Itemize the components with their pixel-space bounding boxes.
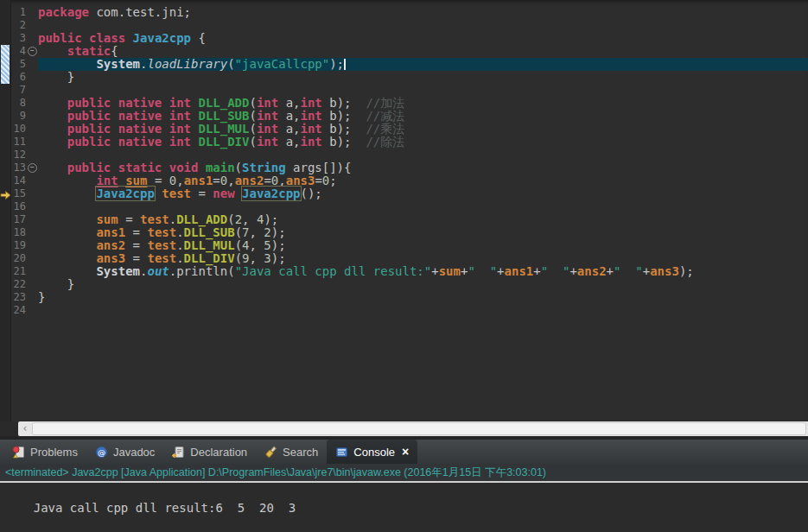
code-line[interactable] [38, 84, 808, 97]
code-editor[interactable]: 1234−5678910111213−141516171819202122232… [0, 0, 808, 421]
console-status-line: <terminated> Java2cpp [Java Application]… [0, 464, 808, 481]
annotation-ruler[interactable] [0, 0, 11, 421]
range-indicator [1, 45, 10, 84]
line-number[interactable]: 5 [11, 58, 38, 71]
tab-search[interactable]: Search [256, 440, 327, 464]
horizontal-scrollbar[interactable]: ‹ [0, 421, 808, 436]
tab-label: Javadoc [113, 446, 155, 459]
line-number[interactable]: 19 [11, 239, 38, 252]
line-number[interactable]: 8 [11, 97, 38, 110]
scrollbar-corner [0, 421, 18, 436]
code-line[interactable]: ans3 = test.DLL_DIV(9, 3); [38, 252, 808, 265]
code-line[interactable]: } [38, 278, 808, 291]
code-line[interactable]: public native int DLL_DIV(int a,int b); … [38, 136, 808, 149]
tab-javadoc[interactable]: @ Javadoc [86, 440, 163, 464]
line-number[interactable]: 21 [11, 265, 38, 278]
line-number[interactable]: 4− [11, 45, 38, 58]
line-number[interactable]: 20 [11, 252, 38, 265]
line-number[interactable]: 23 [11, 291, 38, 304]
line-number[interactable]: 12 [11, 149, 38, 162]
line-number[interactable]: 16 [11, 200, 38, 213]
console-output[interactable]: Java call cpp dll result:6 5 20 3 [0, 481, 808, 532]
code-line[interactable]: package com.test.jni; [38, 6, 808, 19]
tab-label: Search [283, 446, 318, 459]
line-number[interactable]: 11 [11, 136, 38, 149]
code-line[interactable]: public native int DLL_MUL(int a,int b); … [38, 123, 808, 136]
line-number[interactable]: 7 [11, 84, 38, 97]
text-caret [344, 59, 346, 70]
code-line[interactable]: int sum = 0,ans1=0,ans2=0,ans3=0; [38, 174, 808, 187]
code-line[interactable]: } [38, 71, 808, 84]
javadoc-icon: @ [95, 446, 108, 459]
line-number[interactable]: 9 [11, 110, 38, 123]
line-number[interactable]: 15 [11, 187, 38, 200]
line-number[interactable]: 1 [11, 6, 38, 19]
console-output-text: Java call cpp dll result:6 5 20 3 [34, 501, 296, 515]
line-number[interactable]: 17 [11, 213, 38, 226]
code-line[interactable] [38, 19, 808, 32]
fold-collapse-icon[interactable]: − [28, 163, 37, 173]
panel-tab-bar: Problems @ Javadoc Declaration [0, 440, 808, 464]
fold-collapse-icon[interactable]: − [28, 47, 37, 56]
code-line[interactable]: System.loadLibrary("javaCallcpp"); [38, 58, 808, 71]
code-line[interactable] [38, 200, 808, 213]
problems-icon [12, 446, 25, 459]
declaration-icon [172, 446, 185, 459]
code-line[interactable]: public native int DLL_SUB(int a,int b); … [38, 110, 808, 123]
tab-problems[interactable]: Problems [3, 440, 86, 464]
code-line[interactable]: ans2 = test.DLL_MUL(4, 5); [38, 239, 808, 252]
code-line[interactable] [38, 149, 808, 162]
line-number[interactable]: 24 [11, 304, 38, 317]
code-line[interactable]: Java2cpp test = new Java2cpp(); [38, 187, 808, 200]
code-line[interactable]: public static void main(String args[]){ [38, 162, 808, 174]
code-line[interactable]: public native int DLL_ADD(int a,int b); … [38, 97, 808, 110]
search-icon [264, 446, 277, 459]
nav-arrow-icon[interactable] [0, 188, 11, 204]
line-number[interactable]: 22 [11, 278, 38, 291]
line-number[interactable]: 2 [11, 19, 38, 32]
ide-window: 1234−5678910111213−141516171819202122232… [0, 0, 808, 532]
tab-console[interactable]: Console × [327, 440, 417, 464]
line-number[interactable]: 14 [11, 174, 38, 187]
tab-declaration[interactable]: Declaration [163, 440, 256, 464]
line-number[interactable]: 10 [11, 123, 38, 136]
code-line[interactable]: } [38, 291, 808, 304]
console-icon [335, 446, 348, 459]
code-line[interactable]: public class Java2cpp { [38, 32, 808, 45]
line-number[interactable]: 3 [11, 32, 38, 45]
tab-label: Console [353, 446, 395, 459]
code-line[interactable] [38, 304, 808, 317]
code-line[interactable]: System.out.println("Java call cpp dll re… [38, 265, 808, 278]
code-line[interactable]: static{ [38, 45, 808, 58]
line-number[interactable]: 18 [11, 226, 38, 239]
code-line[interactable]: ans1 = test.DLL_SUB(7, 2); [38, 226, 808, 239]
svg-text:@: @ [98, 447, 105, 456]
tab-label: Declaration [190, 446, 247, 459]
code-line[interactable]: sum = test.DLL_ADD(2, 4); [38, 213, 808, 226]
gutter[interactable]: 1234−5678910111213−141516171819202122232… [11, 0, 38, 421]
line-number[interactable]: 13− [11, 162, 38, 174]
code-lines[interactable]: package com.test.jni;public class Java2c… [38, 0, 808, 421]
scrollbar-track[interactable]: ‹ [18, 421, 808, 436]
scroll-left-icon[interactable]: ‹ [18, 421, 32, 436]
close-icon[interactable]: × [402, 446, 409, 458]
scrollbar-thumb[interactable] [32, 422, 806, 435]
line-number[interactable]: 6 [11, 71, 38, 84]
tab-label: Problems [30, 446, 78, 459]
